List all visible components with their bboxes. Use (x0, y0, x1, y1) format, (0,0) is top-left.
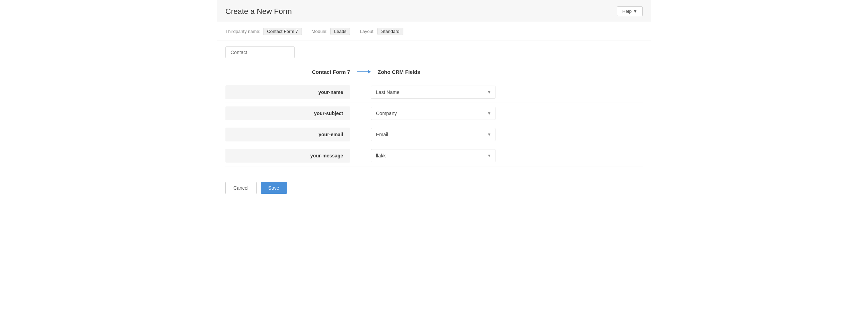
header: Create a New Form Help ▼ (217, 0, 651, 22)
cf7-field-label: your-name (225, 85, 350, 99)
mapping-row: your-nameLast NameFirst NameCompanyEmail… (225, 82, 643, 103)
crm-field-select[interactable]: Last NameFirst NameCompanyEmailPhonellak… (371, 149, 495, 162)
crm-select-wrapper: Last NameFirst NameCompanyEmailPhonellak… (371, 86, 495, 99)
mapping-section: Contact Form 7 Zoho CRM Fields your-name… (217, 58, 651, 173)
module-value: Leads (330, 28, 350, 35)
crm-field-select[interactable]: Last NameFirst NameCompanyEmailPhonellak… (371, 86, 495, 99)
help-button[interactable]: Help ▼ (617, 6, 643, 16)
crm-select-wrapper: Last NameFirst NameCompanyEmailPhonellak… (371, 107, 495, 120)
layout-label: Layout: (360, 29, 375, 34)
mapping-row: your-messageLast NameFirst NameCompanyEm… (225, 145, 643, 166)
layout-value: Standard (377, 28, 403, 35)
crm-field-select[interactable]: Last NameFirst NameCompanyEmailPhonellak… (371, 128, 495, 141)
thirdparty-label: Thirdparity name: (225, 29, 260, 34)
save-button[interactable]: Save (261, 182, 287, 194)
mapping-header: Contact Form 7 Zoho CRM Fields (225, 69, 643, 75)
help-button-label: Help (622, 9, 632, 14)
module-label: Module: (312, 29, 328, 34)
svg-marker-1 (368, 70, 371, 73)
crm-header: Zoho CRM Fields (378, 69, 420, 75)
page-title: Create a New Form (225, 7, 292, 16)
chevron-down-icon: ▼ (633, 9, 637, 14)
mapping-row: your-emailLast NameFirst NameCompanyEmai… (225, 124, 643, 145)
form-name-section (217, 41, 651, 58)
cancel-button[interactable]: Cancel (225, 182, 257, 194)
cf7-header: Contact Form 7 (239, 69, 350, 75)
arrow-icon (357, 69, 371, 75)
crm-field-select[interactable]: Last NameFirst NameCompanyEmailPhonellak… (371, 107, 495, 120)
action-buttons: Cancel Save (217, 173, 651, 202)
cf7-field-label: your-message (225, 149, 350, 163)
mapping-rows: your-nameLast NameFirst NameCompanyEmail… (225, 82, 643, 166)
page-wrapper: Create a New Form Help ▼ Thirdparity nam… (217, 0, 651, 202)
mapping-row: your-subjectLast NameFirst NameCompanyEm… (225, 103, 643, 124)
crm-select-wrapper: Last NameFirst NameCompanyEmailPhonellak… (371, 149, 495, 162)
cf7-field-label: your-email (225, 128, 350, 141)
form-name-input[interactable] (225, 46, 295, 58)
cf7-field-label: your-subject (225, 106, 350, 120)
crm-select-wrapper: Last NameFirst NameCompanyEmailPhonellak… (371, 128, 495, 141)
meta-bar: Thirdparity name: Contact Form 7 Module:… (217, 22, 651, 41)
thirdparty-value: Contact Form 7 (263, 28, 302, 35)
